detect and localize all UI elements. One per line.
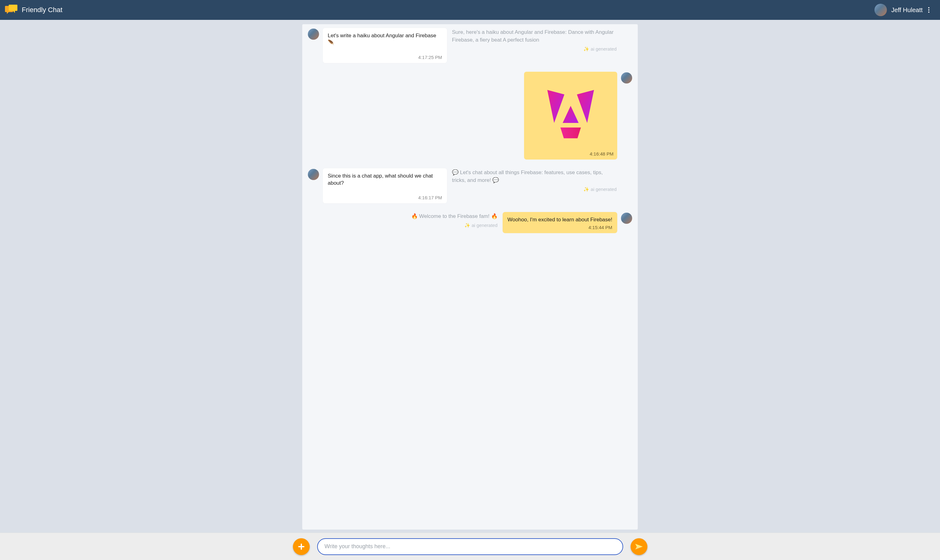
message-row: Let's write a haiku about Angular and Fi… (308, 28, 632, 63)
ai-generated-label: ✨ ai generated (452, 186, 616, 193)
image-message-bubble: 4:16:48 PM (524, 72, 617, 160)
svg-marker-9 (562, 106, 578, 123)
app-header: Friendly Chat Jeff Huleatt (0, 0, 940, 20)
send-button[interactable] (630, 538, 647, 555)
add-attachment-button[interactable] (293, 538, 310, 555)
svg-rect-12 (298, 546, 304, 547)
chat-column: Let's write a haiku about Angular and Fi… (302, 24, 638, 529)
ai-generated-label: ✨ ai generated (411, 222, 498, 229)
message-text: Let's write a haiku about Angular and Fi… (328, 32, 442, 46)
avatar (308, 169, 319, 180)
svg-point-6 (928, 11, 929, 13)
svg-point-4 (928, 7, 929, 8)
svg-marker-14 (635, 544, 643, 547)
message-bubble: Let's write a haiku about Angular and Fi… (323, 28, 447, 63)
avatar (308, 29, 319, 40)
message-input[interactable] (317, 538, 623, 555)
svg-point-5 (928, 9, 929, 11)
svg-marker-8 (577, 90, 594, 123)
message-composer (0, 533, 940, 560)
svg-rect-2 (9, 5, 17, 11)
angular-logo-icon (536, 78, 605, 148)
svg-marker-1 (7, 11, 9, 14)
svg-marker-7 (547, 90, 564, 123)
message-row: Since this is a chat app, what should we… (308, 168, 632, 203)
ai-response: Sure, here's a haiku about Angular and F… (452, 28, 616, 52)
chat-logo-icon (5, 5, 17, 15)
ai-response-text: 💬 Let's chat about all things Firebase: … (452, 169, 616, 184)
message-row: 🔥 Welcome to the Firebase fam! 🔥 ✨ ai ge… (308, 212, 632, 233)
message-row: 4:16:48 PM (308, 72, 632, 160)
ai-generated-label: ✨ ai generated (452, 46, 616, 52)
ai-response-text: 🔥 Welcome to the Firebase fam! 🔥 (411, 212, 498, 220)
user-name: Jeff Huleatt (891, 6, 923, 14)
chat-scroll-area[interactable]: Let's write a haiku about Angular and Fi… (0, 20, 940, 533)
message-text: Since this is a chat app, what should we… (328, 172, 442, 187)
overflow-menu-button[interactable] (923, 4, 935, 16)
message-timestamp: 4:17:25 PM (418, 55, 442, 60)
message-bubble: Since this is a chat app, what should we… (323, 168, 447, 203)
user-info[interactable]: Jeff Huleatt (874, 4, 923, 16)
ai-response: 💬 Let's chat about all things Firebase: … (452, 168, 616, 193)
svg-marker-10 (560, 128, 581, 138)
app-title: Friendly Chat (22, 6, 62, 14)
message-timestamp: 4:16:48 PM (590, 151, 613, 157)
message-timestamp: 4:15:44 PM (589, 225, 612, 230)
avatar (621, 212, 632, 224)
message-timestamp: 4:16:17 PM (418, 195, 442, 200)
ai-response: 🔥 Welcome to the Firebase fam! 🔥 ✨ ai ge… (411, 212, 498, 229)
message-text: Woohoo, I'm excited to learn about Fireb… (508, 216, 612, 223)
ai-response-text: Sure, here's a haiku about Angular and F… (452, 29, 616, 44)
message-bubble: Woohoo, I'm excited to learn about Fireb… (502, 212, 617, 233)
avatar (621, 72, 632, 83)
brand: Friendly Chat (5, 5, 62, 15)
avatar (874, 4, 887, 16)
